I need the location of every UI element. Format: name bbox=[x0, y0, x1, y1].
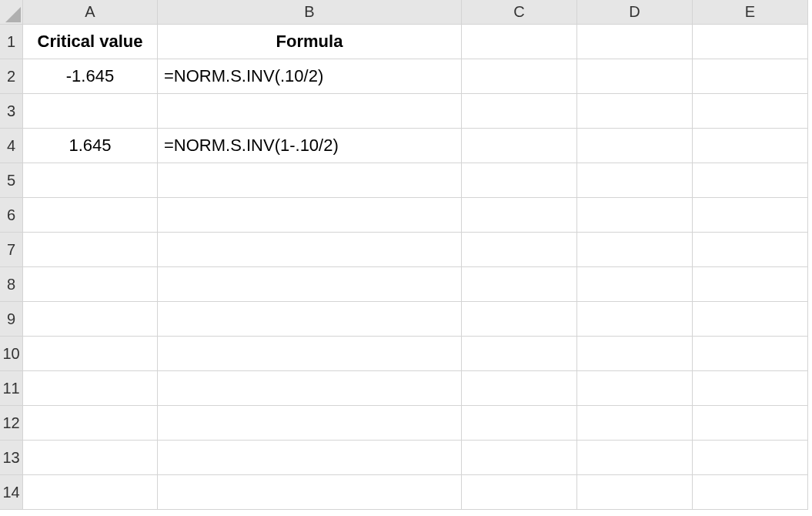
cell-c1[interactable] bbox=[462, 25, 577, 59]
cell-e7[interactable] bbox=[693, 233, 808, 267]
col-header-a[interactable]: A bbox=[23, 0, 158, 25]
cell-a11[interactable] bbox=[23, 371, 158, 406]
cell-d8[interactable] bbox=[577, 267, 693, 302]
cell-d7[interactable] bbox=[577, 233, 693, 267]
cell-c6[interactable] bbox=[462, 198, 577, 233]
cell-a3[interactable] bbox=[23, 94, 158, 129]
cell-d9[interactable] bbox=[577, 302, 693, 337]
cell-c2[interactable] bbox=[462, 59, 577, 94]
cell-e14[interactable] bbox=[693, 475, 808, 510]
cell-a7[interactable] bbox=[23, 233, 158, 267]
cell-c7[interactable] bbox=[462, 233, 577, 267]
cell-c8[interactable] bbox=[462, 267, 577, 302]
cell-e1[interactable] bbox=[693, 25, 808, 59]
row-header-10[interactable]: 10 bbox=[0, 337, 23, 371]
cell-c9[interactable] bbox=[462, 302, 577, 337]
row-header-7[interactable]: 7 bbox=[0, 233, 23, 267]
cell-b12[interactable] bbox=[158, 406, 462, 441]
cell-d10[interactable] bbox=[577, 337, 693, 371]
cell-d5[interactable] bbox=[577, 163, 693, 198]
col-header-b[interactable]: B bbox=[158, 0, 462, 25]
cell-c3[interactable] bbox=[462, 94, 577, 129]
cell-e2[interactable] bbox=[693, 59, 808, 94]
cell-b8[interactable] bbox=[158, 267, 462, 302]
cell-a13[interactable] bbox=[23, 441, 158, 475]
cell-b2[interactable]: =NORM.S.INV(.10/2) bbox=[158, 59, 462, 94]
cell-b1[interactable]: Formula bbox=[158, 25, 462, 59]
cell-c14[interactable] bbox=[462, 475, 577, 510]
cell-e6[interactable] bbox=[693, 198, 808, 233]
cell-c11[interactable] bbox=[462, 371, 577, 406]
row-header-8[interactable]: 8 bbox=[0, 267, 23, 302]
cell-e13[interactable] bbox=[693, 441, 808, 475]
cell-d12[interactable] bbox=[577, 406, 693, 441]
row-header-5[interactable]: 5 bbox=[0, 163, 23, 198]
cell-d6[interactable] bbox=[577, 198, 693, 233]
col-header-d[interactable]: D bbox=[577, 0, 693, 25]
spreadsheet-grid: A B C D E 1 Critical value Formula 2 -1.… bbox=[0, 0, 812, 510]
cell-a4[interactable]: 1.645 bbox=[23, 129, 158, 163]
cell-a1[interactable]: Critical value bbox=[23, 25, 158, 59]
row-header-12[interactable]: 12 bbox=[0, 406, 23, 441]
cell-d11[interactable] bbox=[577, 371, 693, 406]
cell-a2[interactable]: -1.645 bbox=[23, 59, 158, 94]
cell-d2[interactable] bbox=[577, 59, 693, 94]
cell-a12[interactable] bbox=[23, 406, 158, 441]
cell-e3[interactable] bbox=[693, 94, 808, 129]
cell-e5[interactable] bbox=[693, 163, 808, 198]
cell-c10[interactable] bbox=[462, 337, 577, 371]
select-all-corner[interactable] bbox=[0, 0, 23, 25]
row-header-13[interactable]: 13 bbox=[0, 441, 23, 475]
cell-d14[interactable] bbox=[577, 475, 693, 510]
row-header-11[interactable]: 11 bbox=[0, 371, 23, 406]
cell-b14[interactable] bbox=[158, 475, 462, 510]
cell-b10[interactable] bbox=[158, 337, 462, 371]
cell-a8[interactable] bbox=[23, 267, 158, 302]
cell-b5[interactable] bbox=[158, 163, 462, 198]
cell-b3[interactable] bbox=[158, 94, 462, 129]
cell-b9[interactable] bbox=[158, 302, 462, 337]
row-header-2[interactable]: 2 bbox=[0, 59, 23, 94]
cell-b6[interactable] bbox=[158, 198, 462, 233]
cell-d3[interactable] bbox=[577, 94, 693, 129]
cell-b13[interactable] bbox=[158, 441, 462, 475]
cell-a9[interactable] bbox=[23, 302, 158, 337]
cell-c13[interactable] bbox=[462, 441, 577, 475]
cell-d13[interactable] bbox=[577, 441, 693, 475]
row-header-3[interactable]: 3 bbox=[0, 94, 23, 129]
col-header-c[interactable]: C bbox=[462, 0, 577, 25]
cell-b11[interactable] bbox=[158, 371, 462, 406]
cell-c12[interactable] bbox=[462, 406, 577, 441]
cell-e10[interactable] bbox=[693, 337, 808, 371]
cell-b4[interactable]: =NORM.S.INV(1-.10/2) bbox=[158, 129, 462, 163]
cell-a5[interactable] bbox=[23, 163, 158, 198]
cell-d4[interactable] bbox=[577, 129, 693, 163]
cell-a14[interactable] bbox=[23, 475, 158, 510]
cell-e4[interactable] bbox=[693, 129, 808, 163]
cell-e12[interactable] bbox=[693, 406, 808, 441]
cell-b7[interactable] bbox=[158, 233, 462, 267]
cell-e8[interactable] bbox=[693, 267, 808, 302]
cell-e11[interactable] bbox=[693, 371, 808, 406]
cell-e9[interactable] bbox=[693, 302, 808, 337]
cell-a6[interactable] bbox=[23, 198, 158, 233]
row-header-9[interactable]: 9 bbox=[0, 302, 23, 337]
cell-a10[interactable] bbox=[23, 337, 158, 371]
row-header-1[interactable]: 1 bbox=[0, 25, 23, 59]
row-header-6[interactable]: 6 bbox=[0, 198, 23, 233]
row-header-4[interactable]: 4 bbox=[0, 129, 23, 163]
cell-d1[interactable] bbox=[577, 25, 693, 59]
col-header-e[interactable]: E bbox=[693, 0, 808, 25]
cell-c4[interactable] bbox=[462, 129, 577, 163]
row-header-14[interactable]: 14 bbox=[0, 475, 23, 510]
cell-c5[interactable] bbox=[462, 163, 577, 198]
